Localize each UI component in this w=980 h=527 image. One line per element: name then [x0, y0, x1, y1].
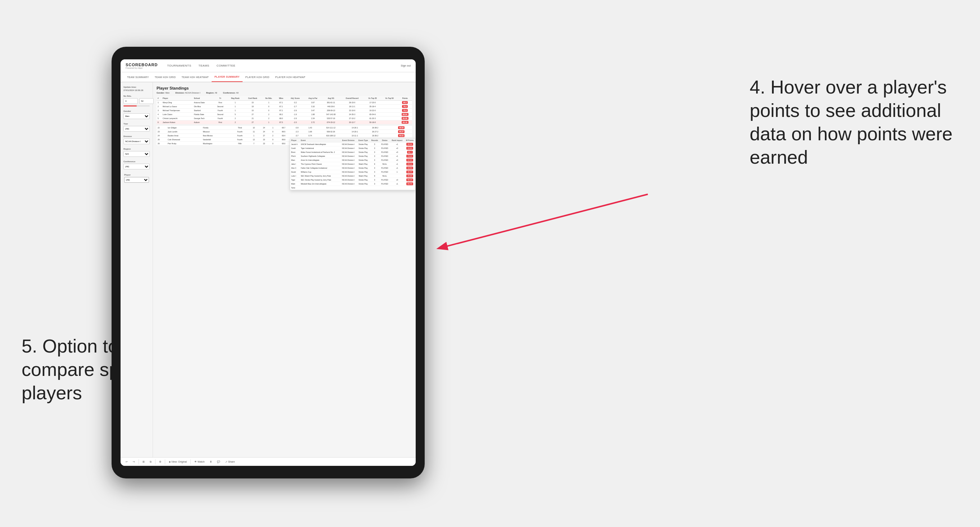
points-tooltip: Player Event Event Division Event Type R…: [290, 138, 416, 190]
nav-teams[interactable]: TEAMS: [195, 59, 213, 72]
gender-filter-label: Gender:: [157, 92, 165, 94]
table-row[interactable]: 24 Bastien Amat New Mexico Fourth 1 27 2…: [157, 134, 412, 138]
subnav-player-h2h-grid[interactable]: PLAYER H2H GRID: [243, 72, 272, 82]
main-nav: TOURNAMENTS TEAMS COMMITTEE: [163, 59, 401, 72]
tooltip-col-type: Event Type: [357, 138, 370, 143]
tooltip-col-player: Player: [290, 138, 300, 143]
player-select[interactable]: (All): [124, 177, 149, 183]
nav-committee[interactable]: COMMITTEE: [213, 59, 239, 72]
col-conf-rank: Conf Rank: [243, 96, 262, 101]
tooltip-col-rank: Rank Impact: [390, 138, 404, 143]
division-filter-value: NCAA Division I: [185, 92, 200, 94]
conference-filter-value: All: [236, 92, 239, 94]
col-wins: Wins: [276, 96, 286, 101]
toolbar-watch[interactable]: 👁 Watch: [193, 460, 206, 464]
svg-line-1: [439, 194, 648, 248]
view-original-label: View: Original: [171, 460, 187, 463]
col-avg-to-par: Avg to Par: [304, 96, 322, 101]
table-row[interactable]: 3 Michael Thorbjornsen Stanford Fourth 1…: [157, 109, 412, 113]
tooltip-row: Luke I SEC Match Play hosted by Jerry Pa…: [290, 174, 415, 178]
col-yr: Yr: [214, 96, 227, 101]
table-row[interactable]: 1 Wenyi Ding Arizona State First 1 15 1 …: [157, 101, 412, 105]
division-label: Division: [123, 135, 150, 137]
no-rds-from-input[interactable]: [123, 98, 138, 104]
tooltip-row: Phich Southern Highlands Collegiate NCAA…: [290, 154, 415, 158]
sidebar-region: Region N/A: [123, 148, 150, 157]
col-overall: Overall Record: [340, 96, 364, 101]
logo-area: SCOREBOARD Powered by clippi: [126, 63, 158, 69]
tooltip-row: Jacob A UNCW Seahawk Intercollegiate NCA…: [290, 143, 415, 146]
share-label: Share: [228, 460, 235, 463]
view-original-icon: ◈: [169, 460, 170, 464]
toolbar-undo[interactable]: ↩: [124, 460, 129, 464]
gender-select[interactable]: Men: [123, 113, 150, 119]
player-label: Player: [124, 174, 149, 176]
sidebar-update-time: Update time: 27/01/2024 16:56:26: [123, 86, 150, 91]
bottom-toolbar: ↩ ↪ ⊞ ⧉ ⚙ ◈ View: Original 👁 Watch ⬇ 💬 ⤢…: [121, 457, 416, 466]
region-select[interactable]: N/A: [123, 151, 150, 157]
tooltip-col-division: Event Division: [340, 138, 357, 143]
region-filter-value: All: [215, 92, 217, 94]
main-content: Update time: 27/01/2024 16:56:26 No Rds.…: [121, 83, 416, 457]
col-points: Points: [398, 96, 412, 101]
content-area: Player Standings Gender: Men Division: N…: [153, 83, 416, 457]
tooltip-row: Jake I The Cypress Point Classic NCAA Di…: [290, 162, 415, 166]
update-time-value: 27/01/2024 16:56:26: [123, 89, 150, 91]
toolbar-copy[interactable]: ⧉: [148, 460, 153, 464]
subnav-player-h2h-heatmap[interactable]: PLAYER H2H HEATMAP: [272, 72, 309, 82]
toolbar-settings[interactable]: ⚙: [158, 460, 163, 464]
col-avg-sg: Avg SG: [322, 96, 340, 101]
toolbar-sep-2: [155, 459, 156, 464]
subnav-team-summary[interactable]: TEAM SUMMARY: [124, 72, 152, 82]
year-select[interactable]: (All): [123, 126, 150, 132]
toolbar-share[interactable]: ⤢ Share: [224, 460, 237, 464]
col-player: Player: [162, 96, 193, 101]
sidebar-conference: Conference (All): [123, 160, 150, 170]
gender-filter-value: Men: [165, 92, 170, 94]
table-row[interactable]: 23 Jack Lundin Missouri Fourth 11 24 0 8…: [157, 130, 412, 134]
no-rds-slider[interactable]: [123, 105, 150, 106]
subnav-team-h2h-heatmap[interactable]: TEAM H2H HEATMAP: [178, 72, 211, 82]
table-row[interactable]: 22 Ian Gilligan Florida Third 10 24 1 68…: [157, 126, 412, 130]
toolbar-download[interactable]: ⬇: [208, 460, 213, 464]
subnav-team-h2h-grid[interactable]: TEAM H2H GRID: [152, 72, 179, 82]
toolbar-redo[interactable]: ↪: [131, 460, 137, 464]
tooltip-table: Player Event Event Division Event Type R…: [290, 138, 415, 190]
sidebar: Update time: 27/01/2024 16:56:26 No Rds.…: [121, 83, 153, 457]
conference-select[interactable]: (All): [123, 163, 150, 170]
tablet-device: SCOREBOARD Powered by clippi TOURNAMENTS…: [111, 47, 425, 478]
sidebar-no-rds: No Rds.: [123, 95, 150, 106]
sign-out-button[interactable]: Sign out: [401, 64, 410, 67]
app-title: SCOREBOARD: [126, 63, 158, 67]
region-filter-label: Region:: [206, 92, 215, 94]
sidebar-player: Player (All): [123, 173, 150, 183]
update-time-label: Update time:: [123, 86, 150, 88]
no-rds-label: No Rds.: [123, 95, 150, 97]
annotation-top-right: 4. Hover over a player's points to see a…: [750, 76, 958, 169]
watch-icon: 👁: [194, 460, 197, 463]
sidebar-year: Year (All): [123, 123, 150, 132]
share-icon: ⤢: [225, 460, 228, 464]
no-rds-to-input[interactable]: [139, 98, 154, 104]
tooltip-row: Torbi: [290, 186, 415, 190]
division-select[interactable]: NCAA Division I: [123, 138, 150, 144]
toolbar-sep-4: [190, 459, 191, 464]
filter-row: Gender: Men Division: NCAA Division I Re…: [157, 92, 412, 94]
col-no-rds: No Rds.: [262, 96, 276, 101]
tooltip-col-event: Event: [300, 138, 340, 143]
table-row[interactable]: 6 Jackson Kolson Auburn First 2 27 1 87.…: [157, 121, 412, 124]
table-row[interactable]: 5 Christo Lamprecht Georgia Tech Fourth …: [157, 117, 412, 121]
table-row[interactable]: 4 Luke Claton Florida State Second 5 27 …: [157, 113, 412, 117]
toolbar-feedback[interactable]: 💬: [216, 460, 222, 464]
slider-filled: [123, 105, 137, 106]
toolbar-view-original[interactable]: ◈ View: Original: [167, 460, 188, 464]
toolbar-grid[interactable]: ⊞: [141, 460, 146, 464]
app-header: SCOREBOARD Powered by clippi TOURNAMENTS…: [121, 59, 416, 72]
tooltip-col-rounds: Rounds: [370, 138, 380, 143]
tablet-screen: SCOREBOARD Powered by clippi TOURNAMENTS…: [121, 59, 416, 466]
nav-tournaments[interactable]: TOURNAMENTS: [163, 59, 195, 72]
col-reg-rank: Reg Rank: [227, 96, 243, 101]
toolbar-sep-3: [165, 459, 165, 464]
table-row[interactable]: 2 Michael La Sasso Ole Miss Second 1 18 …: [157, 105, 412, 109]
subnav-player-summary[interactable]: PLAYER SUMMARY: [212, 72, 243, 82]
